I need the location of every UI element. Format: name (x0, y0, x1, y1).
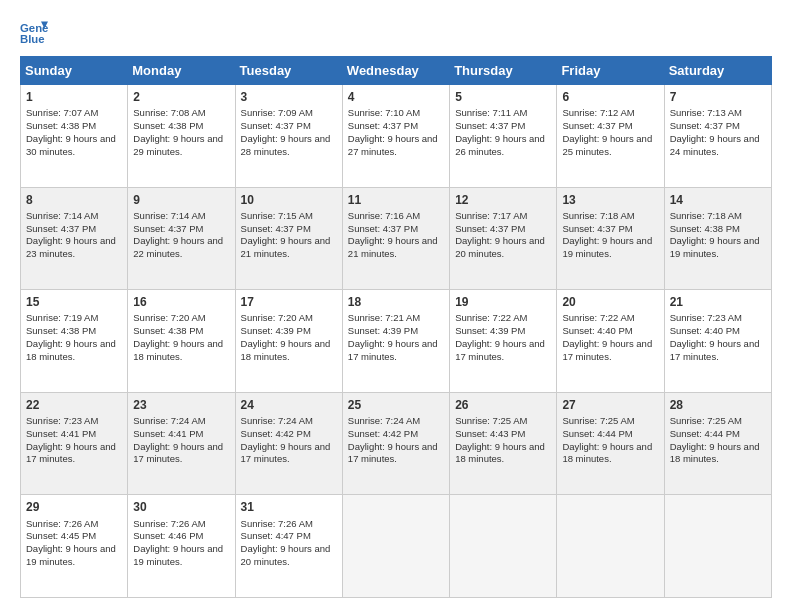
day-info: Sunrise: 7:16 AMSunset: 4:37 PMDaylight:… (348, 210, 438, 259)
calendar-cell: 4Sunrise: 7:10 AMSunset: 4:37 PMDaylight… (342, 85, 449, 188)
day-number: 29 (26, 499, 122, 515)
header: General Blue (20, 18, 772, 46)
day-info: Sunrise: 7:21 AMSunset: 4:39 PMDaylight:… (348, 312, 438, 361)
day-info: Sunrise: 7:09 AMSunset: 4:37 PMDaylight:… (241, 107, 331, 156)
day-number: 7 (670, 89, 766, 105)
day-info: Sunrise: 7:26 AMSunset: 4:45 PMDaylight:… (26, 518, 116, 567)
weekday-header-monday: Monday (128, 57, 235, 85)
day-number: 8 (26, 192, 122, 208)
day-info: Sunrise: 7:15 AMSunset: 4:37 PMDaylight:… (241, 210, 331, 259)
day-info: Sunrise: 7:14 AMSunset: 4:37 PMDaylight:… (133, 210, 223, 259)
day-number: 28 (670, 397, 766, 413)
logo-icon: General Blue (20, 18, 48, 46)
calendar-cell: 11Sunrise: 7:16 AMSunset: 4:37 PMDayligh… (342, 187, 449, 290)
day-number: 21 (670, 294, 766, 310)
calendar-cell (664, 495, 771, 598)
day-number: 26 (455, 397, 551, 413)
day-number: 30 (133, 499, 229, 515)
calendar-cell: 20Sunrise: 7:22 AMSunset: 4:40 PMDayligh… (557, 290, 664, 393)
calendar-cell: 24Sunrise: 7:24 AMSunset: 4:42 PMDayligh… (235, 392, 342, 495)
calendar-table: SundayMondayTuesdayWednesdayThursdayFrid… (20, 56, 772, 598)
weekday-header-wednesday: Wednesday (342, 57, 449, 85)
day-number: 15 (26, 294, 122, 310)
day-info: Sunrise: 7:18 AMSunset: 4:37 PMDaylight:… (562, 210, 652, 259)
calendar-cell: 22Sunrise: 7:23 AMSunset: 4:41 PMDayligh… (21, 392, 128, 495)
day-info: Sunrise: 7:24 AMSunset: 4:42 PMDaylight:… (241, 415, 331, 464)
calendar-cell: 19Sunrise: 7:22 AMSunset: 4:39 PMDayligh… (450, 290, 557, 393)
calendar-cell: 10Sunrise: 7:15 AMSunset: 4:37 PMDayligh… (235, 187, 342, 290)
day-number: 14 (670, 192, 766, 208)
calendar-cell: 15Sunrise: 7:19 AMSunset: 4:38 PMDayligh… (21, 290, 128, 393)
day-info: Sunrise: 7:25 AMSunset: 4:43 PMDaylight:… (455, 415, 545, 464)
weekday-header-sunday: Sunday (21, 57, 128, 85)
calendar-cell: 29Sunrise: 7:26 AMSunset: 4:45 PMDayligh… (21, 495, 128, 598)
calendar-cell (342, 495, 449, 598)
day-info: Sunrise: 7:17 AMSunset: 4:37 PMDaylight:… (455, 210, 545, 259)
day-number: 9 (133, 192, 229, 208)
calendar-cell: 8Sunrise: 7:14 AMSunset: 4:37 PMDaylight… (21, 187, 128, 290)
day-info: Sunrise: 7:22 AMSunset: 4:40 PMDaylight:… (562, 312, 652, 361)
weekday-header-row: SundayMondayTuesdayWednesdayThursdayFrid… (21, 57, 772, 85)
day-number: 6 (562, 89, 658, 105)
day-info: Sunrise: 7:24 AMSunset: 4:41 PMDaylight:… (133, 415, 223, 464)
day-info: Sunrise: 7:20 AMSunset: 4:38 PMDaylight:… (133, 312, 223, 361)
day-number: 24 (241, 397, 337, 413)
weekday-header-tuesday: Tuesday (235, 57, 342, 85)
day-number: 4 (348, 89, 444, 105)
day-number: 12 (455, 192, 551, 208)
day-info: Sunrise: 7:08 AMSunset: 4:38 PMDaylight:… (133, 107, 223, 156)
weekday-header-thursday: Thursday (450, 57, 557, 85)
day-number: 17 (241, 294, 337, 310)
day-info: Sunrise: 7:20 AMSunset: 4:39 PMDaylight:… (241, 312, 331, 361)
calendar-cell (450, 495, 557, 598)
calendar-cell: 23Sunrise: 7:24 AMSunset: 4:41 PMDayligh… (128, 392, 235, 495)
day-info: Sunrise: 7:22 AMSunset: 4:39 PMDaylight:… (455, 312, 545, 361)
day-number: 3 (241, 89, 337, 105)
calendar-week-row: 15Sunrise: 7:19 AMSunset: 4:38 PMDayligh… (21, 290, 772, 393)
day-info: Sunrise: 7:10 AMSunset: 4:37 PMDaylight:… (348, 107, 438, 156)
day-number: 16 (133, 294, 229, 310)
calendar-week-row: 22Sunrise: 7:23 AMSunset: 4:41 PMDayligh… (21, 392, 772, 495)
day-number: 5 (455, 89, 551, 105)
weekday-header-saturday: Saturday (664, 57, 771, 85)
day-info: Sunrise: 7:07 AMSunset: 4:38 PMDaylight:… (26, 107, 116, 156)
svg-text:Blue: Blue (20, 33, 45, 45)
calendar-cell: 27Sunrise: 7:25 AMSunset: 4:44 PMDayligh… (557, 392, 664, 495)
day-number: 20 (562, 294, 658, 310)
day-number: 1 (26, 89, 122, 105)
calendar-cell: 26Sunrise: 7:25 AMSunset: 4:43 PMDayligh… (450, 392, 557, 495)
calendar-week-row: 1Sunrise: 7:07 AMSunset: 4:38 PMDaylight… (21, 85, 772, 188)
day-info: Sunrise: 7:24 AMSunset: 4:42 PMDaylight:… (348, 415, 438, 464)
day-number: 10 (241, 192, 337, 208)
day-number: 27 (562, 397, 658, 413)
calendar-cell: 6Sunrise: 7:12 AMSunset: 4:37 PMDaylight… (557, 85, 664, 188)
logo: General Blue (20, 18, 52, 46)
page: General Blue SundayMondayTuesdayWednesda… (0, 0, 792, 612)
day-info: Sunrise: 7:14 AMSunset: 4:37 PMDaylight:… (26, 210, 116, 259)
calendar-cell: 2Sunrise: 7:08 AMSunset: 4:38 PMDaylight… (128, 85, 235, 188)
day-info: Sunrise: 7:26 AMSunset: 4:46 PMDaylight:… (133, 518, 223, 567)
day-info: Sunrise: 7:18 AMSunset: 4:38 PMDaylight:… (670, 210, 760, 259)
calendar-cell: 25Sunrise: 7:24 AMSunset: 4:42 PMDayligh… (342, 392, 449, 495)
day-info: Sunrise: 7:19 AMSunset: 4:38 PMDaylight:… (26, 312, 116, 361)
calendar-cell: 17Sunrise: 7:20 AMSunset: 4:39 PMDayligh… (235, 290, 342, 393)
calendar-week-row: 8Sunrise: 7:14 AMSunset: 4:37 PMDaylight… (21, 187, 772, 290)
day-number: 2 (133, 89, 229, 105)
day-number: 11 (348, 192, 444, 208)
day-info: Sunrise: 7:12 AMSunset: 4:37 PMDaylight:… (562, 107, 652, 156)
day-info: Sunrise: 7:23 AMSunset: 4:40 PMDaylight:… (670, 312, 760, 361)
calendar-cell: 30Sunrise: 7:26 AMSunset: 4:46 PMDayligh… (128, 495, 235, 598)
calendar-cell: 7Sunrise: 7:13 AMSunset: 4:37 PMDaylight… (664, 85, 771, 188)
day-number: 23 (133, 397, 229, 413)
day-info: Sunrise: 7:26 AMSunset: 4:47 PMDaylight:… (241, 518, 331, 567)
calendar-cell: 13Sunrise: 7:18 AMSunset: 4:37 PMDayligh… (557, 187, 664, 290)
day-info: Sunrise: 7:23 AMSunset: 4:41 PMDaylight:… (26, 415, 116, 464)
calendar-cell: 14Sunrise: 7:18 AMSunset: 4:38 PMDayligh… (664, 187, 771, 290)
calendar-cell: 18Sunrise: 7:21 AMSunset: 4:39 PMDayligh… (342, 290, 449, 393)
calendar-cell: 3Sunrise: 7:09 AMSunset: 4:37 PMDaylight… (235, 85, 342, 188)
day-number: 13 (562, 192, 658, 208)
day-number: 18 (348, 294, 444, 310)
day-info: Sunrise: 7:25 AMSunset: 4:44 PMDaylight:… (562, 415, 652, 464)
calendar-week-row: 29Sunrise: 7:26 AMSunset: 4:45 PMDayligh… (21, 495, 772, 598)
calendar-cell: 9Sunrise: 7:14 AMSunset: 4:37 PMDaylight… (128, 187, 235, 290)
